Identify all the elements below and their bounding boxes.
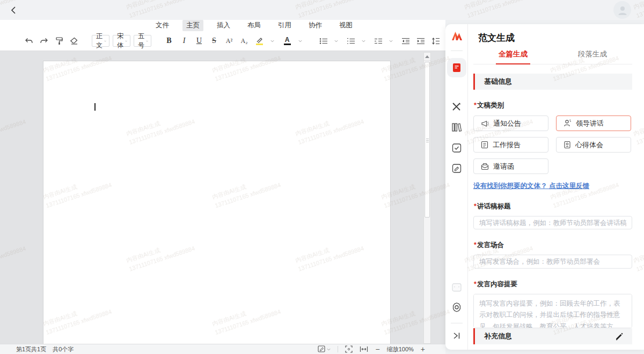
font-family-select[interactable]: 宋体 (113, 35, 130, 47)
tab-full-generate[interactable]: 全篇生成 (473, 49, 553, 64)
category-options: 通知公告 领导讲话 工作报告 心得体会 邀请函 (473, 115, 632, 174)
category-leader-speech-button[interactable]: 领导讲话 (556, 115, 631, 131)
format-painter-button[interactable] (53, 34, 65, 47)
zoom-in-button[interactable]: + (421, 345, 425, 353)
report-doc-icon (481, 141, 488, 149)
strikethrough-button[interactable]: S (208, 34, 221, 47)
speech-title-input[interactable] (473, 216, 632, 229)
clear-format-button[interactable] (68, 34, 80, 47)
menu-tab-collaborate[interactable]: 协作 (305, 20, 326, 31)
required-asterisk: * (474, 102, 477, 109)
subscript-button[interactable]: A₂ (238, 34, 251, 47)
paragraph-style-select[interactable]: 正文 (92, 35, 109, 47)
redo-button[interactable] (38, 34, 50, 47)
speaker-person-icon (564, 119, 572, 127)
superscript-button[interactable]: A² (223, 34, 236, 47)
line-spacing-button[interactable] (429, 34, 442, 47)
collapse-panel-icon (452, 331, 462, 340)
card-muted-icon (452, 283, 462, 292)
paragraph-style-value: 正文 (96, 32, 104, 50)
rail-item-doc-generate[interactable] (447, 58, 466, 77)
eraser-icon (70, 37, 78, 45)
active-tab-underline (496, 63, 530, 65)
category-work-report-button[interactable]: 工作报告 (473, 137, 548, 153)
category-notice-button[interactable]: 通知公告 (473, 115, 548, 131)
library-books-icon (451, 122, 462, 132)
fit-page-icon (345, 345, 353, 353)
format-toolbar: 正文 宋体 五号 B I U S A² A₂ A (0, 31, 445, 51)
font-color-button[interactable]: A (281, 34, 294, 47)
menu-tab-file[interactable]: 文件 (152, 20, 173, 31)
bullet-list-dropdown[interactable] (330, 34, 342, 47)
highlight-dropdown[interactable] (266, 34, 279, 47)
edit-pen-icon (614, 332, 624, 341)
increase-indent-button[interactable] (414, 34, 427, 47)
category-insight-button[interactable]: 心得体会 (556, 137, 631, 153)
rail-item-pen-doc[interactable] (451, 163, 462, 174)
underline-button[interactable]: U (193, 34, 206, 47)
field-label-content-summary: *发言内容提要 (474, 280, 632, 289)
statusbar-divider (338, 346, 338, 352)
panel-icon-rail (445, 24, 468, 350)
tab-paragraph-generate[interactable]: 段落生成 (553, 49, 632, 64)
numbered-list-dropdown[interactable] (357, 34, 370, 47)
speech-occasion-input[interactable] (473, 255, 632, 268)
content-summary-textarea[interactable] (473, 294, 632, 328)
section-supplement-info[interactable]: 补充信息 (473, 328, 632, 344)
menu-tab-insert[interactable]: 插入 (213, 20, 234, 31)
font-color-dropdown[interactable] (294, 34, 306, 47)
collapse-panel-button[interactable] (452, 331, 462, 340)
menu-tab-layout[interactable]: 布局 (244, 20, 265, 31)
back-button[interactable] (6, 4, 19, 16)
strikethrough-icon: S (212, 37, 216, 45)
vertical-scrollbar[interactable] (423, 52, 431, 344)
bullet-list-button[interactable] (317, 34, 330, 47)
decrease-indent-button[interactable] (399, 34, 412, 47)
fit-width-icon (360, 346, 368, 352)
subscript-icon: A₂ (241, 37, 248, 45)
megaphone-icon (481, 120, 489, 127)
check-doc-icon (451, 143, 462, 153)
highlight-pen-icon (256, 37, 263, 45)
rail-divider (451, 50, 463, 51)
required-asterisk: * (474, 280, 477, 288)
menu-tab-references[interactable]: 引用 (274, 20, 295, 31)
tools-cross-icon (451, 102, 462, 112)
multilevel-list-dropdown[interactable] (384, 34, 397, 47)
bold-icon: B (166, 37, 171, 45)
font-size-select[interactable]: 五号 (134, 35, 151, 47)
superscript-icon: A² (226, 37, 232, 45)
rail-item-check-doc[interactable] (451, 143, 462, 153)
user-avatar[interactable] (613, 1, 631, 19)
document-page[interactable] (43, 61, 391, 344)
scroll-up-button[interactable] (424, 53, 430, 61)
rail-item-library[interactable] (451, 122, 462, 132)
font-color-icon: A (284, 37, 291, 45)
document-canvas (0, 51, 445, 344)
edit-mode-button[interactable] (318, 345, 331, 353)
rail-divider (451, 323, 463, 323)
menu-tab-view[interactable]: 视图 (335, 20, 356, 31)
fit-page-button[interactable] (345, 345, 353, 353)
bold-button[interactable]: B (163, 34, 175, 47)
menu-tab-home[interactable]: 主页 (182, 20, 203, 31)
scrollbar-thumb[interactable] (425, 62, 430, 218)
field-label-speech-title: *讲话稿标题 (474, 202, 632, 211)
zoom-out-button[interactable]: − (375, 345, 379, 353)
user-icon (617, 4, 628, 16)
word-count: 共0个字 (53, 345, 74, 353)
feedback-link[interactable]: 没有找到你想要的文体？ 点击这里反馈 (473, 182, 632, 191)
category-invitation-button[interactable]: 邀请函 (473, 158, 548, 174)
italic-button[interactable]: I (178, 34, 191, 47)
section-basic-info: 基础信息 (473, 74, 632, 90)
highlight-button[interactable] (253, 34, 266, 47)
fit-width-button[interactable] (360, 346, 368, 352)
rail-item-settings[interactable] (451, 302, 462, 313)
edit-mode-icon (318, 345, 326, 353)
undo-button[interactable] (23, 34, 35, 47)
multilevel-list-button[interactable] (372, 34, 385, 47)
rail-item-card-muted[interactable] (452, 283, 462, 292)
italic-icon: I (183, 37, 186, 45)
numbered-list-button[interactable] (345, 34, 357, 47)
rail-item-tools[interactable] (451, 102, 462, 112)
